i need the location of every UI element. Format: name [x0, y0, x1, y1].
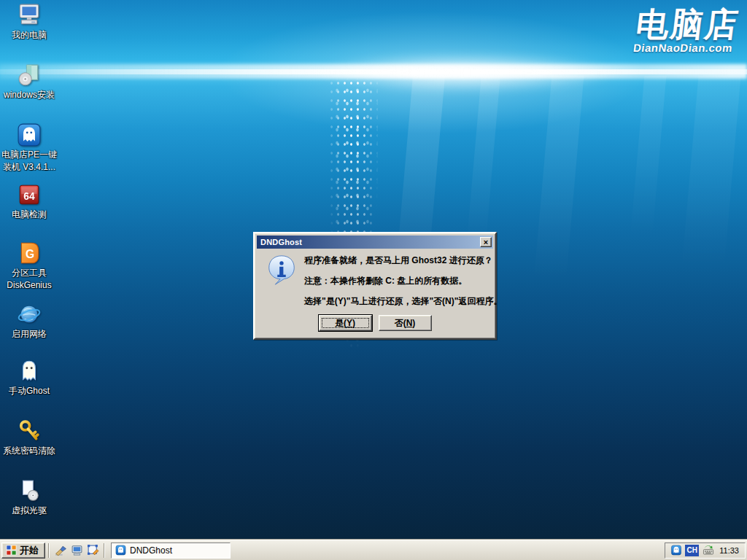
desktop-icon-label: 电脑检测	[12, 209, 47, 219]
desktop-icon-label: 分区工具	[12, 268, 47, 278]
desktop-icon-label: 虚拟光驱	[12, 505, 47, 516]
windows-install-icon	[17, 63, 42, 88]
start-icon	[6, 545, 17, 556]
task-button-label: DNDGhost	[130, 545, 172, 556]
info-icon	[265, 253, 298, 287]
desktop-icon-label: 我的电脑	[12, 30, 47, 40]
close-icon[interactable]: ×	[480, 237, 492, 247]
clock: 11:33	[719, 546, 739, 555]
desktop-icon-enable-network[interactable]: 启用网络	[1, 302, 57, 339]
logo-subtitle: DianNaoDian.com	[632, 42, 737, 54]
desktop-icon-manual-ghost[interactable]: 手动Ghost	[1, 359, 57, 396]
taskbar-separator	[48, 543, 50, 558]
desktop-icon-cpu-detect[interactable]: 64 电脑检测	[1, 182, 57, 219]
dialog-message-line1: 程序准备就绪，是否马上用 Ghost32 进行还原？	[304, 254, 493, 267]
light-ray	[628, 76, 667, 265]
desktop-icon-diskgenius[interactable]: G 分区工具 DiskGenius	[1, 241, 57, 290]
yes-button[interactable]: 是(Y)	[319, 315, 372, 331]
desktop-icon-label: 电脑店PE一键	[1, 149, 57, 160]
task-button-dndghost[interactable]: DNDGhost	[111, 542, 231, 559]
pe-tools-icon[interactable]	[85, 542, 101, 559]
dialog-message-line3: 选择"是(Y)"马上进行还原，选择"否(N)"返回程序。	[304, 295, 502, 308]
light-ray	[678, 76, 740, 302]
taskbar-separator	[104, 543, 105, 558]
desktop-icon-password-clear[interactable]: 系统密码清除	[1, 419, 57, 456]
dialog-message-line2: 注意：本操作将删除 C: 盘上的所有数据。	[304, 275, 467, 287]
start-label: 开始	[20, 544, 39, 557]
desktop-icon-dnd-pe-installer[interactable]: 电脑店PE一键 装机 V3.4.1...	[1, 122, 57, 172]
manual-ghost-icon	[17, 359, 42, 384]
no-button[interactable]: 否(N)	[379, 315, 432, 331]
diannaodian-logo: 电脑店 DianNaoDian.com	[632, 7, 741, 54]
desktop-icon-label: DiskGenius	[7, 280, 51, 290]
desktop-wallpaper: 电脑店 DianNaoDian.com 我的电脑 windows安装 电脑店PE…	[0, 0, 747, 540]
dnd-ghost-tray-icon[interactable]	[670, 545, 682, 556]
dialog-buttons: 是(Y) 否(N)	[255, 315, 495, 331]
virtual-drive-icon	[17, 478, 42, 503]
desktop-icon-virtual-drive[interactable]: 虚拟光驱	[1, 478, 57, 516]
desktop-icon-label: windows安装	[4, 90, 55, 100]
desktop-icon-my-computer[interactable]: 我的电脑	[1, 3, 57, 40]
desktop-icon-label: 系统密码清除	[3, 446, 55, 456]
svg-text:G: G	[26, 248, 34, 260]
light-ray	[531, 76, 584, 316]
desktop-icon-windows-install[interactable]: windows安装	[1, 63, 57, 100]
taskbar: 开始 DNDGhost CH 11:33	[0, 540, 747, 560]
my-computer-icon	[17, 3, 42, 28]
start-button[interactable]: 开始	[1, 542, 45, 559]
svg-text:64: 64	[23, 190, 35, 202]
my-computer-quicklaunch-icon[interactable]	[69, 542, 85, 559]
password-key-icon	[17, 419, 42, 443]
system-tray: CH 11:33	[665, 542, 746, 559]
dndghost-dialog: DNDGhost × 程序准备就绪，是否马上用 Ghost32 进行还原？ 注意…	[253, 232, 497, 340]
dialog-title: DNDGhost	[260, 238, 302, 246]
desktop-icon-label: 启用网络	[12, 329, 47, 339]
show-desktop-icon[interactable]	[53, 542, 69, 559]
network-globe-icon	[17, 302, 42, 327]
dnd-ghost-task-icon	[115, 545, 126, 556]
language-indicator[interactable]: CH	[685, 545, 699, 556]
dnd-pe-ghost-icon	[17, 122, 42, 147]
diskgenius-icon: G	[17, 241, 42, 265]
desktop-icon-label: 手动Ghost	[9, 386, 50, 396]
ime-keyboard-icon[interactable]	[702, 545, 714, 556]
dialog-titlebar[interactable]: DNDGhost ×	[257, 236, 493, 249]
cpu-detect-icon: 64	[17, 182, 42, 207]
logo-title: 电脑店	[634, 7, 741, 42]
desktop-icon-label: 装机 V3.4.1...	[3, 162, 55, 172]
